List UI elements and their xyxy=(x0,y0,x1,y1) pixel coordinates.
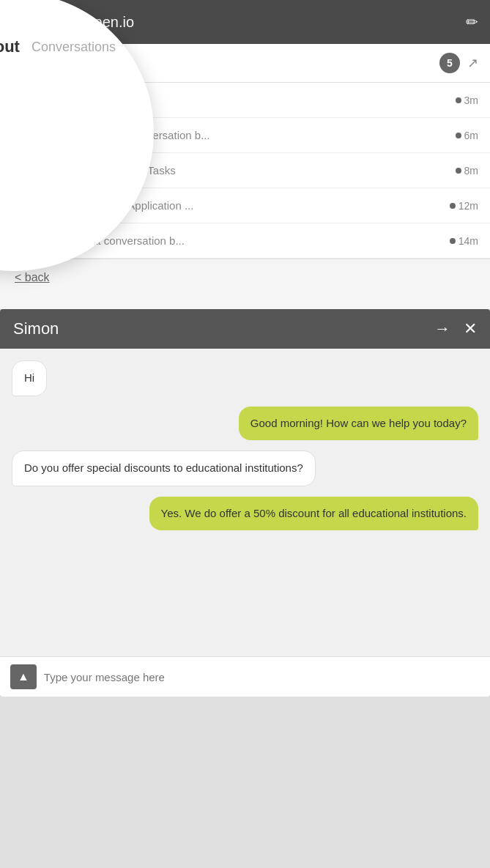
arrow-down xyxy=(117,296,138,309)
back-link-container: < back xyxy=(0,259,490,296)
time-dot-2 xyxy=(456,133,461,138)
message-1: Hi xyxy=(12,360,47,396)
time-dot-1 xyxy=(456,97,461,103)
chat-messages: Hi Good morning! How can we help you tod… xyxy=(0,349,490,656)
active-badge-1: active xyxy=(12,90,70,110)
conversation-item-1[interactable]: active Trial Period. 3m xyxy=(0,83,490,118)
chat-input-area: ▲ xyxy=(0,656,490,697)
active-badge-3: active xyxy=(12,160,70,180)
message-3: Do you offer special discounts to educat… xyxy=(12,450,316,486)
top-bar: on@incandopen.io ✏ xyxy=(0,0,490,44)
conversations-count-badge: 5 xyxy=(439,53,460,73)
chat-contact-name: Simon xyxy=(13,319,59,338)
message-2: Good morning! How can we help you today? xyxy=(239,407,478,441)
chat-panel: Simon → ✕ Hi Good morning! How can we he… xyxy=(0,309,490,697)
conversations-popup: Help Scout Conversations Conversations 5… xyxy=(0,44,490,309)
expand-button[interactable]: ▲ xyxy=(10,664,37,689)
conversation-text-5: Chat conversation b... xyxy=(78,234,442,247)
chat-message-input[interactable] xyxy=(44,671,480,683)
external-link-icon[interactable]: ↗ xyxy=(467,55,478,71)
close-icon[interactable]: ✕ xyxy=(464,319,477,338)
conversation-time-2: 6m xyxy=(456,130,478,141)
conversation-text-2: Extending T... versation b... xyxy=(78,129,448,141)
arrow-container xyxy=(0,296,490,309)
time-dot-5 xyxy=(450,238,456,244)
back-link[interactable]: < back xyxy=(15,271,50,283)
message-4: Yes. We do offer a 50% discount for all … xyxy=(149,497,478,531)
conversations-title: Conversations xyxy=(12,56,96,71)
conversation-item-3[interactable]: active Chat conv... g Tasks 8m xyxy=(0,153,490,188)
time-dot-4 xyxy=(450,203,456,209)
user-email: on@incandopen.io xyxy=(12,14,134,31)
conversation-item-4[interactable]: active Impr...bile Application ... 12m xyxy=(0,188,490,223)
conversation-item-5[interactable]: active Chat conversation b... 14m xyxy=(0,223,490,259)
edit-icon[interactable]: ✏ xyxy=(466,13,478,31)
conversation-time-3: 8m xyxy=(456,165,478,177)
conversation-time-1: 3m xyxy=(456,94,478,106)
active-badge-2: active xyxy=(12,125,70,145)
conversation-item-2[interactable]: active Extending T... versation b... 6m xyxy=(0,118,490,153)
time-dot-3 xyxy=(456,168,461,174)
active-badge-5: active xyxy=(12,231,70,251)
chat-header-icons: → ✕ xyxy=(434,319,477,338)
conversations-header: Conversations 5 ↗ xyxy=(0,44,490,83)
conversation-text-1: Trial Period. xyxy=(78,94,448,106)
forward-icon[interactable]: → xyxy=(434,319,450,338)
conversation-text-3: Chat conv... g Tasks xyxy=(78,164,448,177)
conversation-time-4: 12m xyxy=(450,200,478,212)
chat-header: Simon → ✕ xyxy=(0,309,490,349)
conversation-text-4: Impr...bile Application ... xyxy=(78,199,442,212)
conversation-time-5: 14m xyxy=(450,235,478,247)
active-badge-4: active xyxy=(12,196,70,215)
